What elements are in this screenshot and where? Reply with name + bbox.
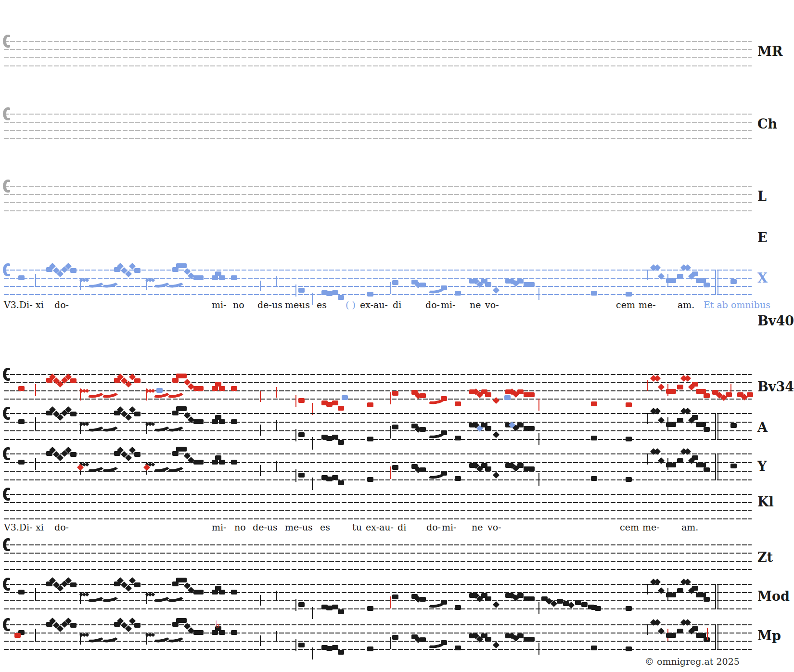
neume-punctum — [441, 600, 447, 605]
lyric-syllable: me- — [642, 522, 660, 532]
neume-punctum — [172, 622, 179, 627]
staff-line — [4, 502, 752, 503]
neume-punctum — [367, 292, 373, 297]
staff-line — [4, 399, 752, 400]
neume-punctum — [420, 427, 426, 432]
neume-punctum — [441, 640, 447, 645]
neume-punctum — [332, 290, 338, 295]
neume-punctum — [591, 436, 597, 440]
staff-line — [4, 510, 752, 511]
neume-stem — [260, 595, 261, 606]
neume-punctum — [677, 588, 683, 593]
chant-comparison-page: © omnigreg.at 2025 MRChLEXBv40Bv34AYKlZt… — [0, 0, 794, 672]
neume-punctum — [70, 452, 77, 457]
lyric-syllable: mi- — [212, 299, 227, 310]
neume-stem — [312, 647, 313, 659]
neume-punctum — [219, 275, 225, 280]
lyric-syllable: do- — [426, 522, 441, 532]
staff-line — [4, 649, 752, 650]
staff-label-Mod: Mod — [757, 590, 794, 603]
neume-punctum — [704, 283, 710, 287]
neume-punctum — [338, 406, 344, 411]
staff-line — [4, 294, 752, 295]
neume-punctum — [197, 630, 204, 635]
neume-punctum — [517, 633, 524, 638]
neume-punctum — [70, 378, 77, 383]
neume-stem — [35, 458, 36, 470]
neume-punctum — [626, 292, 632, 297]
neume-punctum — [338, 609, 344, 614]
staff-label-A: A — [757, 421, 794, 434]
neume-stem — [390, 282, 391, 294]
neume-punctum — [367, 402, 373, 407]
neume-punctum — [626, 646, 632, 651]
lyric-syllable: xi — [36, 522, 44, 532]
neume-punctum — [420, 597, 426, 602]
c-clef-icon — [3, 578, 10, 591]
neume-diamond — [658, 273, 665, 280]
neume-punctum — [591, 291, 597, 296]
neume-punctum — [485, 282, 491, 287]
neume-punctum — [180, 618, 187, 623]
lyric-syllable: di — [397, 522, 406, 532]
neume-diamond — [658, 384, 665, 390]
neume-stem — [312, 293, 313, 305]
neume-punctum — [367, 646, 373, 651]
neume-punctum — [670, 593, 676, 597]
neume-punctum — [677, 629, 683, 633]
neume-stem — [312, 437, 313, 450]
neume-punctum — [455, 436, 461, 440]
neume-punctum — [392, 635, 398, 640]
neume-punctum — [581, 602, 588, 607]
staff-label-L: L — [757, 190, 794, 203]
neume-punctum — [626, 606, 632, 611]
neume-punctum — [455, 476, 461, 481]
neume-punctum — [18, 386, 25, 391]
neume-punctum — [517, 279, 524, 284]
neume-stem — [312, 478, 313, 490]
neume-stem — [538, 399, 539, 411]
neume-punctum — [134, 268, 141, 273]
staff-label-Kl: Kl — [757, 495, 794, 508]
neume-punctum — [70, 268, 77, 273]
neume-punctum — [670, 278, 676, 283]
neume-stem — [538, 643, 539, 655]
neume-punctum — [528, 392, 535, 397]
neume-punctum — [420, 393, 426, 398]
final-double-barline — [715, 270, 718, 295]
lyric-syllable: mi- — [441, 299, 456, 310]
neume-stem — [260, 465, 261, 476]
final-double-barline — [715, 413, 718, 440]
neume-punctum — [392, 425, 398, 429]
neume-punctum — [180, 578, 187, 582]
neume-stem — [647, 453, 648, 465]
neume-punctum — [197, 275, 204, 280]
staff-label-MR: MR — [757, 45, 794, 58]
neume-punctum — [485, 637, 491, 642]
neume-punctum — [528, 466, 535, 471]
neume-punctum — [517, 463, 524, 468]
neume-diamond — [654, 375, 661, 381]
neume-punctum — [588, 605, 594, 609]
lyric-syllable: am. — [678, 299, 694, 310]
neume-punctum — [528, 426, 535, 431]
neume-punctum — [704, 427, 710, 432]
neume-punctum — [18, 419, 25, 424]
neume-punctum — [298, 602, 305, 607]
staff-line — [4, 286, 752, 287]
neume-punctum — [298, 643, 305, 647]
neume-punctum — [670, 422, 676, 427]
neume-punctum — [212, 460, 218, 465]
neume-punctum — [528, 637, 535, 642]
neume-punctum — [528, 596, 535, 601]
neume-punctum — [197, 419, 204, 424]
c-clef-icon — [3, 447, 10, 460]
c-clef-icon — [3, 538, 10, 551]
neume-punctum — [441, 430, 447, 435]
neume-punctum — [180, 263, 187, 268]
neume-stem — [538, 602, 539, 614]
neume-stem — [260, 391, 261, 402]
lyric-syllable: cem — [620, 522, 639, 532]
lyric-syllable: ne — [472, 522, 483, 532]
neume-punctum — [692, 586, 698, 591]
